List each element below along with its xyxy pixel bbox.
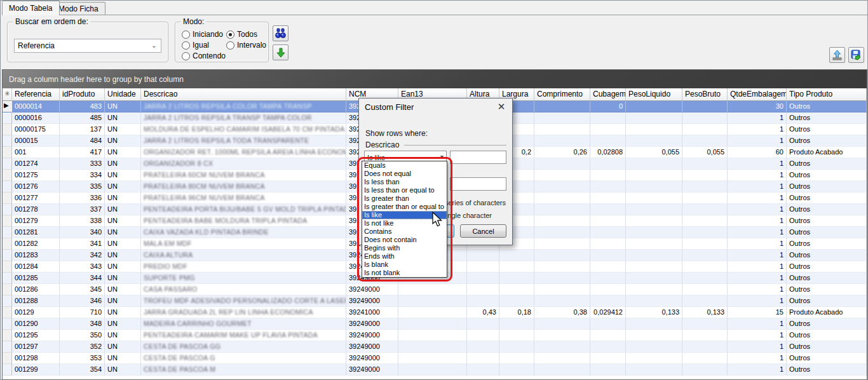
cell-altura[interactable] — [467, 284, 499, 295]
cell-cubagem[interactable] — [590, 318, 626, 330]
load-layout-button[interactable] — [829, 47, 845, 63]
column-header-idproduto[interactable]: idProduto — [60, 88, 105, 101]
dropdown-item-is-greater-than[interactable]: Is greater than — [362, 194, 447, 203]
cell-tipoproduto[interactable]: Outros — [787, 193, 867, 204]
dropdown-item-does-not-contain[interactable]: Does not contain — [362, 236, 447, 244]
cell-ean13[interactable] — [398, 318, 467, 330]
cell-ncm[interactable]: 39241000 — [346, 307, 398, 318]
cell-tipoproduto[interactable]: Outros — [787, 261, 867, 273]
tab-modo-ficha[interactable]: Modo Ficha — [51, 2, 105, 15]
cell-pesoliquido[interactable] — [626, 204, 682, 215]
search-order-combobox[interactable]: Referencia ⌄ — [14, 39, 161, 53]
cell-unidade[interactable]: UN — [105, 330, 141, 341]
cell-descricao[interactable]: PRATELEIRA 80CM NUVEM BRANCA — [141, 181, 346, 193]
cell-cubagem[interactable] — [590, 124, 626, 135]
cell-ean13[interactable] — [398, 284, 467, 295]
cell-ncm[interactable]: 39249000 — [346, 341, 398, 353]
cell-pesoliquido[interactable] — [626, 364, 682, 376]
cell-cubagem[interactable] — [590, 204, 626, 215]
cell-descricao[interactable]: JARRA 2 LITROS REPSILA COLOR TAMPA TRANS… — [141, 101, 346, 112]
cell-tipoproduto[interactable]: Outros — [787, 330, 867, 341]
cell-comprimento[interactable] — [534, 330, 590, 341]
cell-cubagem[interactable] — [590, 284, 626, 295]
cell-idproduto[interactable]: 353 — [60, 353, 105, 364]
cell-tipoproduto[interactable]: Outros — [787, 318, 867, 330]
cell-largura[interactable] — [499, 261, 534, 273]
cell-largura[interactable] — [499, 284, 534, 295]
cell-altura[interactable] — [467, 341, 499, 353]
cell-pesoliquido[interactable] — [626, 193, 682, 204]
cell-ean13[interactable] — [398, 364, 467, 376]
cell-pesobruto[interactable] — [682, 238, 728, 250]
cell-pesoliquido[interactable] — [626, 295, 682, 307]
cell-altura[interactable] — [467, 250, 499, 261]
cell-idproduto[interactable]: 333 — [60, 158, 105, 170]
cell-pesobruto[interactable] — [682, 295, 728, 307]
cell-referencia[interactable]: 001284 — [12, 261, 60, 273]
cell-pesoliquido[interactable] — [626, 261, 682, 273]
column-header-descricao[interactable]: Descricao — [141, 88, 346, 101]
cell-pesoliquido[interactable] — [626, 101, 682, 112]
cell-tipoproduto[interactable]: Outros — [787, 124, 867, 135]
cell-descricao[interactable]: PRATELEIRA 96CM NUVEM BRANCA — [141, 193, 346, 204]
column-header-pesoliquido[interactable]: PesoLiquido — [626, 88, 682, 101]
cell-unidade[interactable]: UN — [105, 193, 141, 204]
cell-idproduto[interactable]: 341 — [60, 238, 105, 250]
cell-pesobruto[interactable] — [682, 318, 728, 330]
cell-idproduto[interactable]: 354 — [60, 364, 105, 376]
table-row[interactable]: 00129710UNJARRA GRADUADA 2L REP LIN LINH… — [3, 307, 867, 318]
cell-qtdeembalagem[interactable]: 1 — [728, 318, 787, 330]
cell-pesobruto[interactable] — [682, 364, 728, 376]
dropdown-item-is-less-than-or-equal-to[interactable]: Is less than or equal to — [362, 186, 447, 194]
cell-qtdeembalagem[interactable]: 1 — [728, 273, 787, 284]
cell-unidade[interactable]: UN — [105, 124, 141, 135]
cell-unidade[interactable]: UN — [105, 204, 141, 215]
column-header-unidade[interactable]: Unidade — [105, 88, 141, 101]
cell-tipoproduto[interactable]: Outros — [787, 158, 867, 170]
cell-referencia[interactable]: 00000175 — [12, 124, 60, 135]
cell-descricao[interactable]: MOLDURA DE ESPELHO CAMARIM ISABELA 70 CM… — [141, 124, 346, 135]
filter-value-input-2[interactable] — [450, 177, 506, 191]
cell-qtdeembalagem[interactable]: 30 — [728, 101, 787, 112]
cell-descricao[interactable]: PRATELEIRA 60CM NUVEM BRANCA — [141, 170, 346, 181]
cell-idproduto[interactable]: 342 — [60, 250, 105, 261]
cell-pesoliquido[interactable] — [626, 341, 682, 353]
cell-idproduto[interactable]: 335 — [60, 181, 105, 193]
cell-pesobruto[interactable] — [682, 215, 728, 227]
mode-radio-igual[interactable]: Igual — [182, 41, 209, 50]
cell-tipoproduto[interactable]: Outros — [787, 284, 867, 295]
cell-qtdeembalagem[interactable]: 1 — [728, 353, 787, 364]
cell-pesoliquido[interactable] — [626, 170, 682, 181]
cell-altura[interactable] — [467, 318, 499, 330]
cell-referencia[interactable]: 0000016 — [12, 112, 60, 124]
cell-unidade[interactable]: UN — [105, 284, 141, 295]
cell-ncm[interactable]: 39249000 — [346, 330, 398, 341]
cell-pesoliquido[interactable]: 0,055 — [626, 147, 682, 158]
cell-cubagem[interactable] — [590, 273, 626, 284]
cell-pesoliquido[interactable] — [626, 135, 682, 147]
cell-comprimento[interactable] — [534, 364, 590, 376]
mode-radio-contendo[interactable]: Contendo — [182, 51, 226, 60]
filter-value-input-1[interactable] — [450, 151, 506, 164]
cell-tipoproduto[interactable]: Produto Acabado — [787, 307, 867, 318]
cell-referencia[interactable]: 001288 — [12, 295, 60, 307]
table-row[interactable]: 001295350UNPENTEADEIRA CAMARIM MAKE UP F… — [3, 330, 867, 341]
cell-qtdeembalagem[interactable]: 1 — [728, 284, 787, 295]
cell-descricao[interactable]: CESTA DE PASCOA GG — [141, 341, 346, 353]
cell-idproduto[interactable]: 348 — [60, 318, 105, 330]
cell-unidade[interactable]: UN — [105, 112, 141, 124]
cell-descricao[interactable]: SUPORTE PMG — [141, 273, 346, 284]
dropdown-item-does-not-equal[interactable]: Does not equal — [362, 170, 447, 178]
cell-cubagem[interactable] — [590, 261, 626, 273]
cell-unidade[interactable]: UN — [105, 353, 141, 364]
mode-radio-iniciando[interactable]: Iniciando — [182, 30, 223, 39]
cell-comprimento[interactable] — [534, 273, 590, 284]
cell-pesobruto[interactable] — [682, 193, 728, 204]
cell-pesobruto[interactable] — [682, 135, 728, 147]
cell-pesoliquido[interactable] — [626, 273, 682, 284]
cell-descricao[interactable]: TROFEU MDF ADESIVADO PERSONALIZADO CORTE… — [141, 295, 346, 307]
cell-unidade[interactable]: UN — [105, 181, 141, 193]
cell-descricao[interactable]: ORGANIZADOR 8 CX — [141, 158, 346, 170]
cell-cubagem[interactable] — [590, 112, 626, 124]
cell-comprimento[interactable] — [534, 227, 590, 238]
